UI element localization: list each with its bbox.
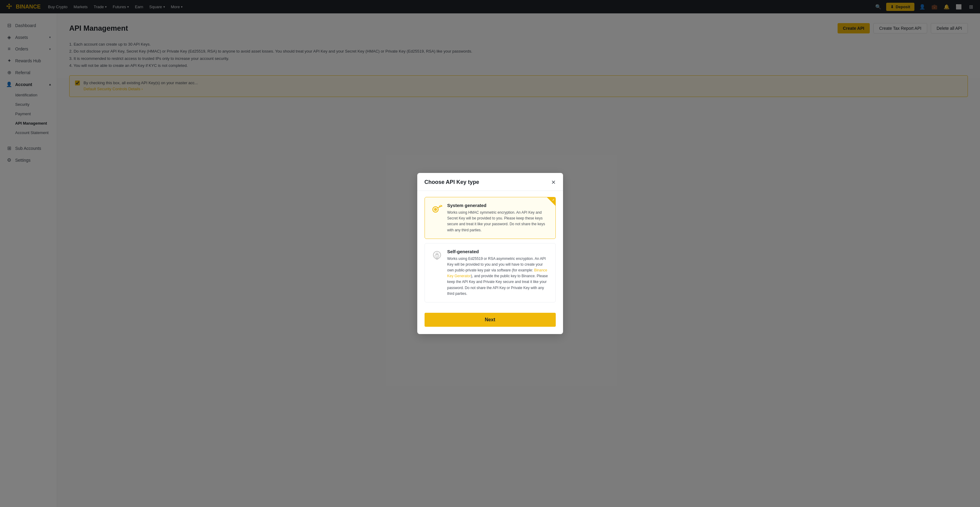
system-generated-card[interactable]: ✓ System generated Works using HMAC symm… [425,197,556,239]
system-generated-content: System generated Works using HMAC symmet… [447,203,549,233]
modal-overlay[interactable]: Choose API Key type ✕ ✓ [0,0,980,507]
modal-body: ✓ System generated Works using HMAC symm… [417,191,563,313]
api-key-type-modal: Choose API Key type ✕ ✓ [417,173,563,334]
self-key-icon [431,249,443,263]
system-key-icon [431,203,443,217]
selected-check-icon: ✓ [552,198,555,201]
self-generated-card[interactable]: Self-generated Works using Ed25519 or RS… [425,243,556,303]
self-generated-desc: Works using Ed25519 or RSA asymmetric en… [447,256,549,297]
modal-footer: Next [417,313,563,334]
system-generated-desc: Works using HMAC symmetric encryption. A… [447,210,549,233]
self-generated-content: Self-generated Works using Ed25519 or RS… [447,249,549,297]
self-generated-title: Self-generated [447,249,549,254]
binance-key-generator-link[interactable]: Binance Key Generator [447,268,547,278]
modal-close-button[interactable]: ✕ [551,179,556,186]
modal-header: Choose API Key type ✕ [417,173,563,191]
next-button[interactable]: Next [425,313,556,327]
system-generated-title: System generated [447,203,549,208]
svg-point-11 [434,209,436,210]
modal-title: Choose API Key type [425,179,479,185]
